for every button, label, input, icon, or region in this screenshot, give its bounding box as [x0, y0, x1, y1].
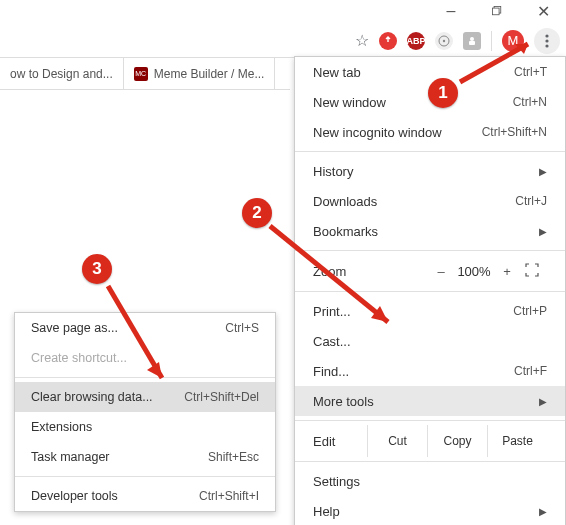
svg-rect-1 [492, 8, 499, 15]
browser-tab[interactable]: MC Meme Builder / Me... [124, 58, 276, 90]
edit-copy-button[interactable]: Copy [427, 425, 487, 457]
menu-edit-row: Edit Cut Copy Paste [295, 425, 565, 457]
minimize-button[interactable]: – [428, 0, 474, 22]
extension-icon-1[interactable] [379, 32, 397, 50]
menu-more-tools[interactable]: More tools▶ [295, 386, 565, 416]
annotation-badge-1: 1 [428, 78, 458, 108]
separator [295, 461, 565, 462]
annotation-badge-2: 2 [242, 198, 272, 228]
edit-paste-button[interactable]: Paste [487, 425, 547, 457]
star-icon[interactable]: ☆ [355, 31, 369, 50]
zoom-out-button[interactable]: – [429, 264, 453, 279]
submenu-extensions[interactable]: Extensions [15, 412, 275, 442]
annotation-arrow-3 [100, 278, 190, 398]
chevron-right-icon: ▶ [539, 226, 547, 237]
menu-history[interactable]: History▶ [295, 156, 565, 186]
svg-point-3 [443, 39, 445, 41]
menu-incognito[interactable]: New incognito windowCtrl+Shift+N [295, 117, 565, 147]
menu-help[interactable]: Help▶ [295, 496, 565, 525]
tab-strip: ow to Design and... MC Meme Builder / Me… [0, 58, 290, 90]
favicon: MC [134, 67, 148, 81]
fullscreen-icon [525, 263, 539, 277]
svg-line-20 [108, 286, 162, 378]
submenu-task-manager[interactable]: Task managerShift+Esc [15, 442, 275, 472]
separator [295, 420, 565, 421]
tab-title: Meme Builder / Me... [154, 67, 265, 81]
annotation-arrow-1 [452, 30, 552, 90]
browser-tab[interactable]: ow to Design and... [0, 58, 124, 90]
extension-icon-3[interactable] [435, 32, 453, 50]
menu-find[interactable]: Find...Ctrl+F [295, 356, 565, 386]
menu-downloads[interactable]: DownloadsCtrl+J [295, 186, 565, 216]
svg-line-18 [270, 226, 388, 322]
chevron-right-icon: ▶ [539, 396, 547, 407]
maximize-button[interactable] [474, 0, 520, 22]
edit-cut-button[interactable]: Cut [367, 425, 427, 457]
submenu-developer-tools[interactable]: Developer toolsCtrl+Shift+I [15, 481, 275, 511]
separator [15, 476, 275, 477]
annotation-badge-3: 3 [82, 254, 112, 284]
extension-icon-2[interactable]: ABP [407, 32, 425, 50]
chevron-right-icon: ▶ [539, 166, 547, 177]
separator [295, 151, 565, 152]
fullscreen-button[interactable] [525, 263, 547, 280]
zoom-value: 100% [453, 264, 495, 279]
chevron-right-icon: ▶ [539, 506, 547, 517]
restore-icon [492, 6, 502, 16]
close-window-button[interactable]: ✕ [520, 0, 566, 22]
annotation-arrow-2 [262, 218, 412, 338]
menu-settings[interactable]: Settings [295, 466, 565, 496]
tab-title: ow to Design and... [10, 67, 113, 81]
svg-line-16 [460, 44, 528, 82]
zoom-in-button[interactable]: + [495, 264, 519, 279]
window-controls: – ✕ [428, 0, 566, 22]
